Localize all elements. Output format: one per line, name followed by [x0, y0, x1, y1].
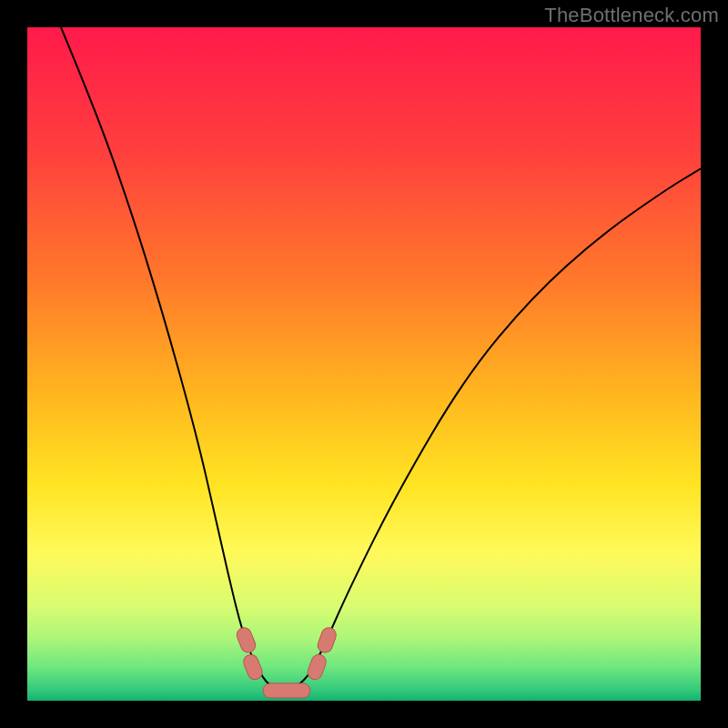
plot-area: [27, 27, 701, 701]
chart-svg: [27, 27, 701, 701]
floor-segment: [263, 683, 310, 698]
attribution-text: TheBottleneck.com: [544, 4, 719, 27]
gradient-background: [27, 27, 701, 701]
chart-frame: TheBottleneck.com: [0, 0, 728, 728]
